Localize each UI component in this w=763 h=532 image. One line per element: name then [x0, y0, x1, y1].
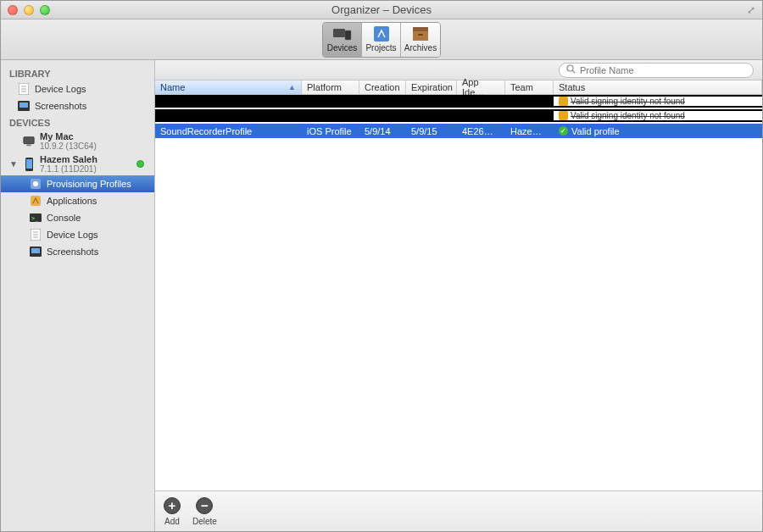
main-panel: Name ▲ Platform Creation Expiration App … [155, 60, 762, 531]
toolbar: Devices Projects Archives [1, 19, 762, 60]
column-platform[interactable]: Platform [302, 80, 359, 94]
table-body: Valid signing identity not found Valid s… [155, 95, 762, 490]
cell-team: Hazem… [505, 126, 554, 136]
sidebar: LIBRARY Device Logs Screenshots DEVICES … [1, 60, 155, 531]
tab-projects[interactable]: Projects [362, 23, 401, 57]
search-input[interactable] [580, 65, 746, 75]
tab-projects-label: Projects [365, 43, 396, 53]
device-name: Hazem Saleh [40, 154, 97, 164]
sidebar-device-hazem[interactable]: ▼ Hazem Saleh 7.1.1 (11D201) [1, 152, 154, 175]
document-icon [30, 229, 42, 241]
table-header: Name ▲ Platform Creation Expiration App … [155, 80, 762, 95]
svg-rect-13 [26, 144, 31, 146]
sort-asc-icon: ▲ [288, 83, 296, 91]
sidebar-device-mymac[interactable]: My Mac 10.9.2 (13C64) [1, 130, 154, 152]
titlebar: Organizer – Devices ⤢ [1, 1, 762, 19]
sidebar-item-device-logs[interactable]: Device Logs [1, 80, 154, 97]
section-header-devices: DEVICES [1, 114, 154, 130]
screenshots-icon [30, 246, 42, 258]
sidebar-item-provisioning-profiles[interactable]: Provisioning Profiles [1, 175, 154, 192]
add-button[interactable]: + Add [164, 497, 181, 526]
column-expiration[interactable]: Expiration [406, 80, 457, 94]
sidebar-item-label: Provisioning Profiles [47, 179, 131, 189]
warning-icon [559, 97, 568, 106]
column-status[interactable]: Status [554, 80, 762, 94]
svg-point-17 [33, 181, 38, 186]
svg-rect-12 [24, 136, 34, 143]
svg-text:>_: >_ [31, 215, 39, 222]
cell-name: SoundRecorderProfile [155, 126, 302, 136]
sidebar-item-label: Device Logs [47, 230, 98, 240]
warning-icon [559, 111, 568, 120]
close-icon[interactable] [8, 5, 18, 15]
window-title: Organizer – Devices [1, 3, 762, 16]
fullscreen-icon[interactable]: ⤢ [747, 4, 755, 16]
sidebar-item-screenshots[interactable]: Screenshots [1, 97, 154, 114]
projects-icon [372, 26, 391, 42]
sidebar-item-label: Applications [47, 196, 97, 206]
svg-line-28 [572, 70, 575, 73]
sidebar-item-applications[interactable]: Applications [1, 192, 154, 209]
console-icon: >_ [30, 212, 42, 224]
tab-archives-label: Archives [404, 43, 437, 53]
sidebar-item-console[interactable]: >_ Console [1, 209, 154, 226]
archives-icon [411, 26, 430, 42]
sidebar-item-label: Screenshots [35, 101, 86, 111]
zoom-icon[interactable] [40, 5, 50, 15]
svg-rect-3 [413, 27, 428, 31]
device-subtitle: 10.9.2 (13C64) [40, 141, 97, 151]
cell-creation: 5/9/14 [359, 126, 406, 136]
svg-rect-5 [418, 34, 423, 36]
table-row[interactable]: Valid signing identity not found [155, 109, 762, 122]
svg-rect-4 [413, 31, 428, 41]
sidebar-item-label: Console [47, 213, 81, 223]
section-header-library: LIBRARY [1, 65, 154, 80]
plus-icon: + [164, 497, 181, 514]
checkmark-icon [559, 126, 568, 136]
cell-platform: iOS Profile [302, 126, 359, 136]
sidebar-item-device-logs-child[interactable]: Device Logs [1, 226, 154, 243]
iphone-icon [23, 158, 35, 170]
delete-button[interactable]: − Delete [192, 497, 217, 526]
sidebar-item-label: Screenshots [47, 247, 98, 257]
table-row[interactable]: Valid signing identity not found [155, 95, 762, 108]
screenshots-icon [18, 100, 30, 112]
minimize-icon[interactable] [24, 5, 34, 15]
svg-rect-0 [333, 29, 345, 37]
column-creation[interactable]: Creation [359, 80, 406, 94]
svg-rect-1 [345, 30, 351, 40]
column-name[interactable]: Name ▲ [155, 80, 302, 94]
footer-bar: + Add − Delete [155, 490, 762, 531]
app-icon [30, 195, 42, 207]
svg-point-27 [567, 65, 573, 71]
svg-rect-15 [26, 159, 32, 169]
device-name: My Mac [40, 131, 97, 141]
window-controls [8, 5, 50, 15]
content: LIBRARY Device Logs Screenshots DEVICES … [1, 60, 762, 531]
tab-archives[interactable]: Archives [401, 23, 440, 57]
column-appid[interactable]: App Ide… [457, 80, 505, 94]
svg-rect-11 [19, 103, 28, 108]
minus-icon: − [196, 497, 213, 514]
search-row [155, 60, 762, 80]
search-icon [566, 64, 576, 75]
search-field[interactable] [559, 63, 754, 78]
devices-icon [333, 26, 352, 42]
svg-rect-2 [374, 26, 389, 42]
column-team[interactable]: Team [505, 80, 554, 94]
profile-icon [30, 178, 42, 190]
cell-appid: 4E26GV… [457, 126, 505, 136]
sidebar-item-label: Device Logs [35, 84, 86, 94]
sidebar-item-screenshots-child[interactable]: Screenshots [1, 243, 154, 260]
svg-rect-26 [31, 248, 40, 253]
document-icon [18, 83, 30, 95]
device-subtitle: 7.1.1 (11D201) [40, 164, 97, 174]
disclosure-icon[interactable]: ▼ [9, 159, 18, 169]
mac-icon [23, 136, 35, 147]
cell-expiration: 5/9/15 [406, 126, 457, 136]
toolbar-tab-group: Devices Projects Archives [322, 22, 441, 58]
tab-devices-label: Devices [327, 43, 358, 53]
status-dot-icon [136, 160, 144, 168]
tab-devices[interactable]: Devices [323, 23, 362, 57]
table-row[interactable]: SoundRecorderProfile iOS Profile 5/9/14 … [155, 124, 762, 138]
